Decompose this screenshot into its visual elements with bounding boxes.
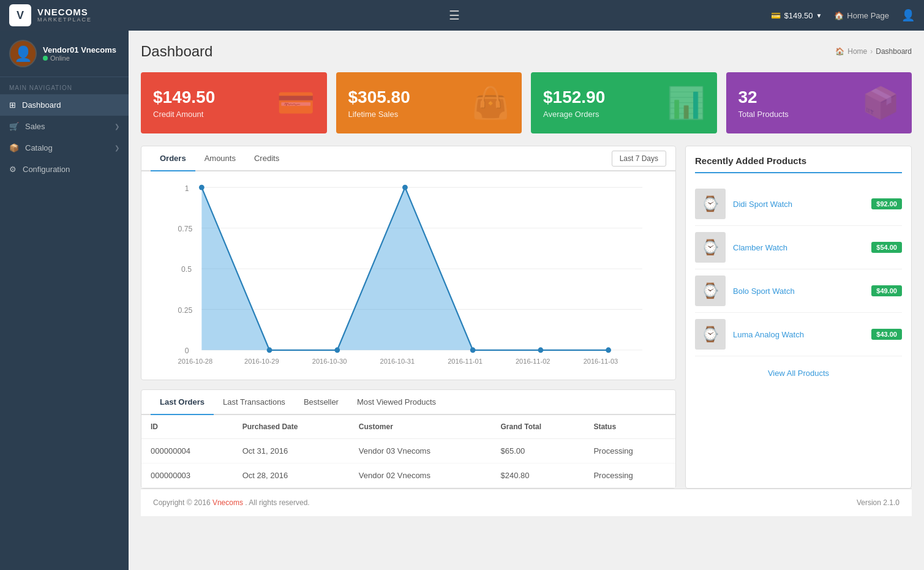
stats-row: $149.50 Credit Amount 💳 $305.80 Lifetime… [141, 72, 912, 133]
sales-arrow-icon: ❯ [115, 123, 119, 130]
svg-point-16 [538, 347, 543, 353]
sales-icon: 🛒 [9, 122, 19, 131]
product-thumb-clamber: ⌚ [695, 232, 726, 263]
col-status: Status [584, 415, 675, 439]
svg-text:2016-10-30: 2016-10-30 [312, 358, 347, 365]
svg-point-13 [334, 347, 340, 353]
sidebar-item-dashboard[interactable]: ⊞ Dashboard [0, 94, 129, 116]
cell-customer-1: Vendor 03 Vnecoms [350, 439, 492, 463]
stat-card-orders: $152.90 Average Orders 📊 [531, 72, 717, 133]
footer-brand-link[interactable]: Vnecoms [212, 498, 243, 507]
tab-orders[interactable]: Orders [151, 146, 195, 171]
product-name-clamber[interactable]: Clamber Watch [733, 243, 864, 252]
orders-table: ID Purchased Date Customer Grand Total S… [141, 415, 675, 488]
chart-area: 1 0.75 0.5 0.25 0 [141, 171, 675, 380]
product-name-luma[interactable]: Luma Analog Watch [733, 330, 864, 339]
stat-label-credit: Credit Amount [153, 110, 215, 119]
credit-card-icon: 💳 [771, 11, 781, 20]
cell-status-1: Processing [584, 439, 675, 463]
sidebar-item-label-configuration: Configuration [23, 165, 70, 174]
orders-chart: 1 0.75 0.5 0.25 0 [151, 181, 666, 370]
credit-arrow-icon[interactable]: ▼ [816, 12, 822, 19]
avatar: 👤 [9, 40, 37, 67]
svg-text:2016-11-02: 2016-11-02 [516, 358, 550, 365]
tab-last-transactions[interactable]: Last Transactions [214, 390, 295, 415]
cell-date-2: Oct 28, 2016 [233, 463, 350, 488]
svg-point-17 [606, 347, 611, 353]
user-menu-button[interactable]: 👤 [901, 9, 915, 22]
left-column: Orders Amounts Credits Last 7 Days 1 0.7… [141, 146, 676, 489]
sidebar-item-label-catalog: Catalog [25, 143, 53, 152]
credit-amount: $149.50 [784, 11, 813, 20]
svg-text:0.5: 0.5 [181, 265, 192, 274]
col-customer: Customer [350, 415, 492, 439]
brand-name: VNECOMS [37, 7, 92, 18]
logo-area: V VNECOMS MARKETPLACE [9, 4, 138, 26]
product-item-didi: ⌚ Didi Sport Watch $92.00 [695, 182, 902, 226]
tab-last-orders[interactable]: Last Orders [151, 390, 214, 415]
stat-value-lifetime: $305.80 [348, 88, 410, 107]
view-all-products-link[interactable]: View All Products [695, 359, 902, 387]
configuration-icon: ⚙ [9, 165, 17, 174]
product-name-bolo[interactable]: Bolo Sport Watch [733, 287, 864, 296]
product-thumb-bolo: ⌚ [695, 276, 726, 306]
stat-icon-products: 📦 [862, 85, 900, 121]
logo-icon: V [9, 4, 31, 26]
date-filter-button[interactable]: Last 7 Days [612, 151, 666, 167]
stat-card-credit: $149.50 Credit Amount 💳 [141, 72, 327, 133]
sidebar: 👤 Vendor01 Vnecoms Online MAIN NAVIGATIO… [0, 31, 129, 570]
stat-info-products: 32 Total Products [738, 88, 789, 119]
products-section: Recently Added Products ⌚ Didi Sport Wat… [685, 146, 912, 489]
product-price-luma: $43.00 [871, 329, 902, 340]
dashboard-body: Orders Amounts Credits Last 7 Days 1 0.7… [141, 146, 912, 489]
stat-icon-lifetime: 👜 [471, 85, 509, 121]
home-page-link[interactable]: 🏠 Home Page [834, 11, 889, 20]
tab-bestseller[interactable]: Bestseller [295, 390, 348, 415]
stat-info-lifetime: $305.80 Lifetime Sales [348, 88, 410, 119]
sidebar-item-configuration[interactable]: ⚙ Configuration [0, 159, 129, 180]
table-row: 000000004 Oct 31, 2016 Vendor 03 Vnecoms… [141, 439, 675, 463]
tab-credits[interactable]: Credits [245, 146, 288, 171]
stat-info-credit: $149.50 Credit Amount [153, 88, 215, 119]
table-header-row: ID Purchased Date Customer Grand Total S… [141, 415, 675, 439]
stat-card-lifetime: $305.80 Lifetime Sales 👜 [336, 72, 522, 133]
hamburger-button[interactable]: ☰ [449, 8, 460, 23]
sidebar-item-catalog[interactable]: 📦 Catalog ❯ [0, 137, 129, 159]
profile-status: Online [43, 54, 116, 62]
svg-text:2016-11-03: 2016-11-03 [584, 358, 618, 365]
stat-value-credit: $149.50 [153, 88, 215, 107]
col-id: ID [141, 415, 233, 439]
product-name-didi[interactable]: Didi Sport Watch [733, 200, 864, 209]
stat-value-products: 32 [738, 88, 789, 107]
catalog-icon: 📦 [9, 143, 19, 152]
cell-customer-2: Vendor 02 Vnecoms [350, 463, 492, 488]
breadcrumb-home-link[interactable]: Home [847, 47, 867, 56]
dashboard-icon: ⊞ [9, 100, 16, 110]
profile-info: Vendor01 Vnecoms Online [43, 45, 116, 62]
footer-rights: . All rights reserved. [245, 498, 309, 507]
svg-text:2016-10-28: 2016-10-28 [178, 358, 213, 365]
header-credit: 💳 $149.50 ▼ [771, 11, 822, 20]
svg-text:1: 1 [185, 184, 189, 193]
stat-icon-credit: 💳 [277, 85, 315, 121]
home-page-label: Home Page [847, 11, 889, 20]
cell-id-2: 000000003 [141, 463, 233, 488]
footer-version: Version 2.1.0 [857, 498, 900, 507]
cell-date-1: Oct 31, 2016 [233, 439, 350, 463]
status-dot-icon [43, 56, 48, 61]
tab-most-viewed[interactable]: Most Viewed Products [348, 390, 445, 415]
breadcrumb-current: Dashboard [876, 47, 912, 56]
svg-text:2016-11-01: 2016-11-01 [448, 358, 483, 365]
stat-label-orders: Average Orders [543, 110, 605, 119]
product-item-bolo: ⌚ Bolo Sport Watch $49.00 [695, 269, 902, 313]
svg-text:0.25: 0.25 [178, 306, 193, 315]
chart-tabs: Orders Amounts Credits Last 7 Days [141, 146, 675, 171]
brand-sub: MARKETPLACE [37, 17, 92, 23]
catalog-arrow-icon: ❯ [115, 144, 119, 151]
tab-amounts[interactable]: Amounts [195, 146, 245, 171]
status-label: Online [50, 54, 70, 62]
svg-point-11 [199, 185, 205, 190]
col-purchased-date: Purchased Date [233, 415, 350, 439]
stat-icon-orders: 📊 [667, 85, 705, 121]
sidebar-item-sales[interactable]: 🛒 Sales ❯ [0, 116, 129, 137]
